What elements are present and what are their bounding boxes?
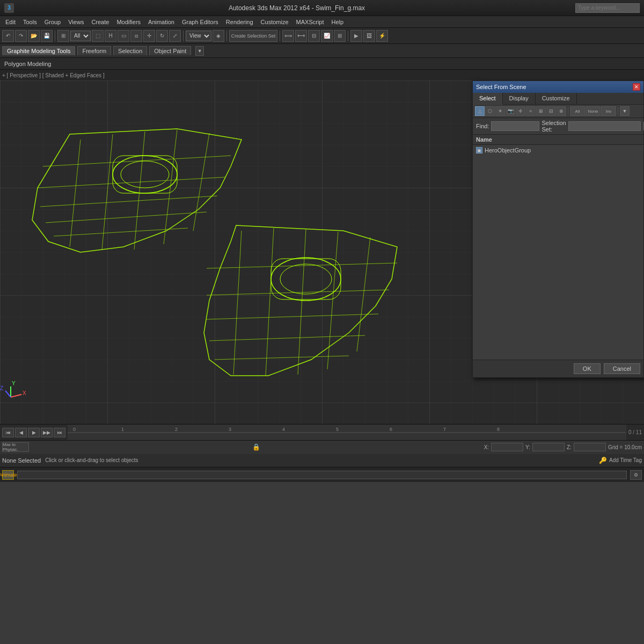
svg-text:1: 1 — [121, 427, 124, 432]
sep2 — [183, 31, 184, 41]
dialog-tab-customize[interactable]: Customize — [536, 93, 577, 104]
menu-maxscript[interactable]: MAXScript — [293, 18, 327, 26]
time-config[interactable]: ⚙ — [630, 470, 642, 480]
reference-coord[interactable]: ◈ — [213, 30, 224, 42]
dialog-none-icon[interactable]: None — [586, 106, 601, 116]
progress-bar[interactable] — [17, 471, 627, 479]
layer-mgr[interactable]: ⊟ — [308, 30, 320, 42]
mirror[interactable]: ⟺ — [282, 30, 294, 42]
svg-text:2: 2 — [175, 427, 178, 432]
scale-tool[interactable]: ⤢ — [169, 30, 181, 42]
timeline-track[interactable]: 0 1 2 3 4 5 6 7 8 — [68, 425, 626, 440]
quick-render[interactable]: ⚡ — [376, 30, 388, 42]
sep3 — [226, 31, 227, 41]
menu-tools[interactable]: Tools — [20, 18, 40, 26]
dialog-all-icon[interactable]: All — [570, 106, 585, 116]
menu-edit[interactable]: Edit — [2, 18, 19, 26]
menu-customize[interactable]: Customize — [258, 18, 292, 26]
sep4 — [280, 31, 280, 41]
object-list[interactable]: ▣ HeroObjectGroup — [473, 145, 643, 360]
window-crossing[interactable]: ⧈ — [130, 30, 142, 42]
sep1 — [55, 31, 55, 41]
dialog-light-icon[interactable]: ☀ — [495, 106, 505, 116]
menu-help[interactable]: Help — [328, 18, 347, 26]
dialog-group-icon[interactable]: ⊞ — [536, 106, 546, 116]
title-text: Autodesk 3ds Max 2012 x64 - Swim_Fin_g.m… — [18, 4, 575, 12]
dialog-helper-icon[interactable]: ✛ — [516, 106, 525, 116]
filter-dropdown[interactable]: All — [70, 31, 91, 41]
svg-text:4: 4 — [282, 427, 285, 432]
y-coord-input[interactable] — [532, 443, 565, 451]
svg-text:6: 6 — [390, 427, 392, 432]
dialog-shape-icon[interactable]: ⬡ — [485, 106, 495, 116]
object-row-herogroup[interactable]: ▣ HeroObjectGroup — [474, 146, 642, 155]
object-name-herogroup: HeroObjectGroup — [485, 147, 531, 153]
title-search-input[interactable] — [575, 3, 640, 13]
timeline-play-fwd[interactable]: ▶▶ — [41, 428, 53, 437]
dialog-spacewarp-icon[interactable]: ≈ — [526, 106, 536, 116]
graphite-options[interactable]: ▼ — [195, 46, 204, 56]
create-selection-set[interactable]: Create Selection Set — [229, 30, 277, 42]
timeline-next[interactable]: ⏭ — [54, 428, 65, 437]
align[interactable]: ⟷ — [295, 30, 307, 42]
dialog-tab-select[interactable]: Select — [473, 93, 503, 105]
z-label: Z: — [567, 444, 572, 450]
select-from-scene-dialog: Select From Scene ✕ Select Display Custo… — [472, 80, 644, 378]
dialog-invert-icon[interactable]: Inv — [601, 106, 616, 116]
selset-input[interactable] — [568, 121, 641, 131]
dialog-icon-toolbar: △ ⬡ ☀ 📷 ✛ ≈ ⊞ ⊟ ⊗ All None Inv ▼ — [473, 105, 643, 118]
dialog-tab-display[interactable]: Display — [503, 93, 536, 104]
menu-group[interactable]: Group — [41, 18, 64, 26]
move-tool[interactable]: ✛ — [143, 30, 155, 42]
status-hint-text: Click or click-and-drag to select object… — [45, 457, 138, 463]
select-object[interactable]: ⬚ — [92, 30, 104, 42]
render-frame[interactable]: 🖼 — [363, 30, 375, 42]
save-button[interactable]: 💾 — [41, 30, 53, 42]
menu-grapheditors[interactable]: Graph Editors — [179, 18, 222, 26]
undo-button[interactable]: ↶ — [2, 30, 14, 42]
dialog-xref-icon[interactable]: ⊟ — [546, 106, 556, 116]
select-region[interactable]: ▭ — [118, 30, 129, 42]
timeline: ⏮ ◀ ▶ ▶▶ ⏭ 0 1 2 3 4 5 6 7 8 0 / 11 — [0, 424, 644, 440]
grid-size-label: Grid = 10.0cm — [608, 444, 642, 450]
menu-create[interactable]: Create — [88, 18, 112, 26]
select-name[interactable]: H — [105, 30, 116, 42]
open-button[interactable]: 📂 — [28, 30, 40, 42]
find-input[interactable] — [491, 121, 539, 131]
subtoolbar: Polygon Modeling — [0, 58, 644, 70]
render[interactable]: ▶ — [350, 30, 362, 42]
tab-object-paint[interactable]: Object Paint — [149, 46, 191, 55]
menu-views[interactable]: Views — [65, 18, 87, 26]
z-coord-input[interactable] — [574, 443, 606, 451]
menu-rendering[interactable]: Rendering — [223, 18, 257, 26]
schematic[interactable]: ⊞ — [334, 30, 346, 42]
lock-icon: 🔒 — [252, 443, 260, 451]
title-bar: 3 Autodesk 3ds Max 2012 x64 - Swim_Fin_g… — [0, 0, 644, 16]
dialog-camera-icon[interactable]: 📷 — [506, 106, 515, 116]
animate-button[interactable]: Animate — [2, 470, 14, 480]
dialog-ok-button[interactable]: OK — [574, 363, 601, 374]
dialog-close-button[interactable]: ✕ — [633, 83, 640, 91]
dialog-geo-icon[interactable]: △ — [475, 106, 485, 116]
timeline-play-back[interactable]: ◀ — [15, 428, 27, 437]
svg-text:3: 3 — [229, 427, 231, 432]
max-physac-btn[interactable]: Max to Physac. — [2, 442, 29, 452]
menu-modifiers[interactable]: Modifiers — [113, 18, 144, 26]
rotate-tool[interactable]: ↻ — [156, 30, 168, 42]
tab-graphite-modeling[interactable]: Graphite Modeling Tools — [2, 46, 75, 55]
dialog-filter-icon[interactable]: ▼ — [620, 106, 630, 116]
tab-selection[interactable]: Selection — [113, 46, 147, 55]
timeline-prev[interactable]: ⏮ — [2, 428, 14, 437]
curve-editor[interactable]: 📈 — [321, 30, 333, 42]
find-label: Find: — [476, 123, 489, 129]
timeline-play[interactable]: ▶ — [28, 428, 40, 437]
dialog-cancel-button[interactable]: Cancel — [604, 363, 640, 374]
x-coord-input[interactable] — [491, 443, 523, 451]
svg-text:0: 0 — [73, 427, 76, 432]
redo-button[interactable]: ↷ — [15, 30, 27, 42]
select-filter[interactable]: ⊞ — [57, 30, 69, 42]
tab-freeform[interactable]: Freeform — [77, 46, 111, 55]
dialog-bone-icon[interactable]: ⊗ — [557, 106, 566, 116]
menu-animation[interactable]: Animation — [145, 18, 178, 26]
view-dropdown[interactable]: View — [186, 31, 211, 41]
